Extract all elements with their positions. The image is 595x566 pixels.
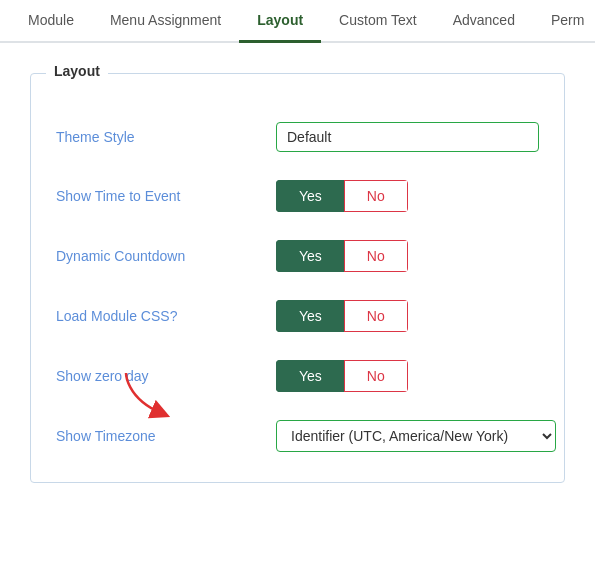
tab-menu-assignment[interactable]: Menu Assignment xyxy=(92,0,239,43)
red-arrow-icon xyxy=(106,368,186,428)
tab-custom-text[interactable]: Custom Text xyxy=(321,0,435,43)
tabs-bar: ModuleMenu AssignmentLayoutCustom TextAd… xyxy=(0,0,595,43)
dynamic-countdown-no-button[interactable]: No xyxy=(344,240,408,272)
section-legend: Layout xyxy=(46,63,108,79)
timezone-control: Identifier (UTC, America/New York) xyxy=(276,420,556,452)
load-module-css-yes-button[interactable]: Yes xyxy=(276,300,344,332)
main-content: Layout Theme StyleDefaultShow Time to Ev… xyxy=(0,43,595,503)
show-time-to-event-no-button[interactable]: No xyxy=(344,180,408,212)
tab-layout[interactable]: Layout xyxy=(239,0,321,43)
dynamic-countdown-label: Dynamic Countdown xyxy=(56,248,276,264)
dynamic-countdown-control: YesNo xyxy=(276,240,539,272)
show-zero-day-toggle-group: YesNo xyxy=(276,360,408,392)
show-zero-day-control: YesNo xyxy=(276,360,539,392)
show-zero-day-no-button[interactable]: No xyxy=(344,360,408,392)
show-time-to-event-control: YesNo xyxy=(276,180,539,212)
show-time-to-event-row: Show Time to EventYesNo xyxy=(56,180,539,212)
tab-module[interactable]: Module xyxy=(10,0,92,43)
dynamic-countdown-row: Dynamic CountdownYesNo xyxy=(56,240,539,272)
show-zero-day-yes-button[interactable]: Yes xyxy=(276,360,344,392)
theme-style-label: Theme Style xyxy=(56,129,276,145)
theme-style-row: Theme StyleDefault xyxy=(56,122,539,152)
show-time-to-event-toggle-group: YesNo xyxy=(276,180,408,212)
layout-section: Layout Theme StyleDefaultShow Time to Ev… xyxy=(30,73,565,483)
dynamic-countdown-yes-button[interactable]: Yes xyxy=(276,240,344,272)
dynamic-countdown-toggle-group: YesNo xyxy=(276,240,408,272)
load-module-css-no-button[interactable]: No xyxy=(344,300,408,332)
show-timezone-row: Show Timezone Identifier (UTC, America/N… xyxy=(56,420,539,452)
theme-style-select[interactable]: Default xyxy=(276,122,539,152)
show-timezone-select[interactable]: Identifier (UTC, America/New York) xyxy=(276,420,556,452)
tab-perm[interactable]: Perm xyxy=(533,0,595,43)
load-module-css-control: YesNo xyxy=(276,300,539,332)
show-timezone-label: Show Timezone xyxy=(56,428,276,444)
show-time-to-event-yes-button[interactable]: Yes xyxy=(276,180,344,212)
load-module-css-row: Load Module CSS?YesNo xyxy=(56,300,539,332)
tab-advanced[interactable]: Advanced xyxy=(435,0,533,43)
theme-style-control: Default xyxy=(276,122,539,152)
show-time-to-event-label: Show Time to Event xyxy=(56,188,276,204)
load-module-css-toggle-group: YesNo xyxy=(276,300,408,332)
load-module-css-label: Load Module CSS? xyxy=(56,308,276,324)
